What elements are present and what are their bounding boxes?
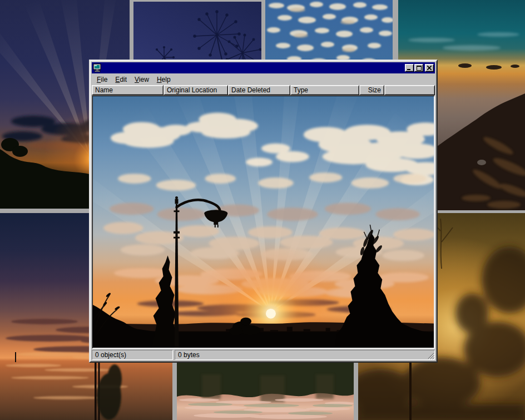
menu-edit[interactable]: Edit: [111, 75, 131, 85]
column-header-original-location[interactable]: Original Location: [164, 85, 228, 95]
status-object-count: 0 object(s): [92, 350, 173, 360]
column-header-filler[interactable]: [384, 85, 435, 95]
status-bar: 0 object(s) 0 bytes: [92, 350, 435, 360]
column-header-size[interactable]: Size: [359, 85, 384, 95]
list-view-sunset-photo[interactable]: [92, 95, 435, 349]
column-header-date-deleted[interactable]: Date Deleted: [228, 85, 290, 95]
menu-file[interactable]: File: [93, 75, 111, 85]
list-column-headers: Name Original Location Date Deleted Type…: [92, 85, 435, 95]
sun: [266, 309, 276, 319]
window-background-photo: [93, 96, 434, 348]
minimize-icon: [407, 69, 410, 70]
recycle-bin-window: File Edit View Help Name Original Locati…: [89, 60, 438, 363]
column-header-type[interactable]: Type: [290, 85, 359, 95]
maximize-button[interactable]: [414, 64, 423, 72]
status-size: 0 bytes: [175, 350, 435, 360]
titlebar[interactable]: [92, 62, 435, 73]
menu-help[interactable]: Help: [153, 75, 175, 85]
menu-view[interactable]: View: [131, 75, 153, 85]
minimize-button[interactable]: [405, 64, 414, 72]
computer-icon: [93, 63, 102, 72]
resize-grip-icon[interactable]: [427, 352, 434, 359]
maximize-icon: [417, 66, 422, 71]
status-size-text: 0 bytes: [178, 351, 200, 359]
close-icon: [427, 66, 432, 70]
menu-bar: File Edit View Help: [92, 74, 435, 85]
column-header-name[interactable]: Name: [92, 85, 164, 95]
close-button[interactable]: [425, 64, 434, 72]
